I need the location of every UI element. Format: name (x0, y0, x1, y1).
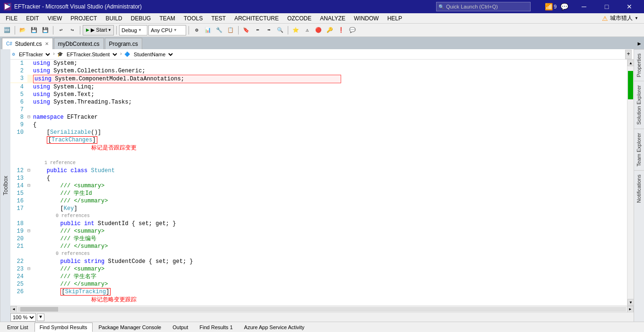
menu-build[interactable]: BUILD (102, 14, 126, 23)
tab-program-cs[interactable]: Program.cs (105, 38, 142, 49)
tab-mydbcontext-cs[interactable]: myDbContext.cs (54, 38, 104, 49)
chat-icon[interactable]: 💬 (560, 3, 568, 10)
tb-icon6[interactable]: ⬅ (252, 25, 263, 35)
menu-project[interactable]: PROJECT (67, 14, 101, 23)
tb-icon7[interactable]: ➡ (264, 25, 274, 35)
breadcrumb-expand-btn[interactable]: + (625, 50, 632, 59)
debug-mode-dropdown[interactable]: Debug ▼ (119, 25, 147, 35)
toolbox-panel[interactable]: Toolbox (0, 49, 10, 322)
scroll-track[interactable] (627, 66, 634, 299)
menu-debug[interactable]: DEBUG (127, 14, 155, 23)
menu-tools[interactable]: TOOLS (180, 14, 206, 23)
close-button[interactable]: ✕ (618, 0, 640, 13)
redo-btn[interactable]: ↪ (67, 25, 77, 35)
output-tab[interactable]: Output (167, 323, 193, 332)
save-all-btn[interactable]: 💾 (40, 25, 51, 35)
collapse-12[interactable]: ⊟ (27, 167, 33, 175)
menu-architecture[interactable]: ARCHITECTURE (231, 14, 283, 23)
user-name: 城市猎人 (610, 14, 633, 22)
quick-launch[interactable]: Quick Launch (Ctrl+Q) (446, 4, 498, 9)
platform-dropdown[interactable]: Any CPU ▼ (148, 25, 186, 35)
horizontal-scrollbar[interactable]: ◀ ▶ (10, 306, 634, 312)
package-manager-console-tab[interactable]: Package Manager Console (94, 323, 167, 332)
perf-btn[interactable]: 📊 (203, 25, 213, 35)
scroll-right-btn[interactable]: ▶ (627, 306, 634, 313)
notifications-tab[interactable]: Notifications (634, 170, 644, 207)
minimize-button[interactable]: ─ (573, 0, 595, 13)
code-line-22: 22 public string StudentCode { set; get;… (10, 258, 341, 265)
zoom-dropdown-btn[interactable]: ▼ (37, 314, 44, 321)
solution-explorer-tab[interactable]: Solution Explorer (634, 81, 644, 129)
tb-icon13[interactable]: ❗ (336, 25, 346, 35)
breadcrumb-class[interactable]: EFTracker.Student (64, 50, 119, 59)
code-line-4: 4 using System.Linq; (10, 83, 341, 91)
menu-file[interactable]: FILE (2, 14, 21, 23)
tb-icon11[interactable]: 🔴 (313, 25, 324, 35)
tb-icon10[interactable]: ⚠ (302, 25, 312, 35)
tb-icon9[interactable]: ⭐ (291, 25, 301, 35)
scroll-left-btn[interactable]: ◀ (10, 306, 17, 313)
scroll-down-btn[interactable]: ▼ (627, 299, 634, 306)
code-line-19: 19 ⊟ /// <summary> (10, 227, 341, 235)
code-line-26: 26 [SkipTracking] 标记忽略变更跟踪 (10, 288, 341, 306)
user-dropdown-icon[interactable]: ▼ (635, 16, 638, 20)
maximize-button[interactable]: □ (596, 0, 618, 13)
breadcrumb-sep1: › (52, 52, 56, 57)
start-button[interactable]: ▶ ▶ Start ▼ (83, 25, 114, 35)
h-scroll-track[interactable] (18, 307, 626, 312)
collapse-8[interactable]: ⊟ (27, 114, 33, 121)
scroll-up-btn[interactable]: ▲ (627, 60, 634, 66)
code-editor[interactable]: 1 using System; 2 using System.Collectio… (10, 60, 627, 306)
menu-ozcode[interactable]: OZCODE (283, 14, 315, 23)
menu-edit[interactable]: EDIT (22, 14, 43, 23)
tab-close-student[interactable]: ✕ (45, 41, 49, 46)
breadcrumb-sep2: › (119, 52, 123, 57)
menu-window[interactable]: WINDOW (350, 14, 383, 23)
tab-student-cs[interactable]: C# Student.cs ✕ (2, 38, 53, 49)
code-line-17: 17 [Key] (10, 205, 341, 212)
attach-btn[interactable]: ⚙ (191, 25, 202, 35)
title-bar: EFTracker - Microsoft Visual Studio (Adm… (0, 0, 644, 13)
app-icon (4, 3, 11, 10)
error-list-tab[interactable]: Error List (2, 323, 34, 332)
tb-icon14[interactable]: 💬 (347, 25, 358, 35)
tb-icon4[interactable]: 📋 (225, 25, 236, 35)
menu-help[interactable]: HELP (384, 14, 406, 23)
new-project-btn[interactable]: 🆕 (2, 25, 12, 35)
tab-scroll-right[interactable]: ▶ (635, 38, 644, 49)
sep6 (238, 26, 239, 35)
menu-test[interactable]: TEST (207, 14, 230, 23)
save-btn[interactable]: 💾 (29, 25, 39, 35)
h-scroll-thumb[interactable] (20, 307, 58, 312)
code-line-1: 1 using System; (10, 60, 341, 67)
collapse-19[interactable]: ⊟ (27, 227, 33, 235)
team-explorer-tab[interactable]: Team Explorer (634, 129, 644, 170)
menu-view[interactable]: VIEW (44, 14, 66, 23)
azure-service-activity-tab[interactable]: Azure App Service Activity (239, 323, 310, 332)
find-results-1-tab[interactable]: Find Results 1 (194, 323, 238, 332)
code-line-2: 2 using System.Collections.Generic; (10, 67, 341, 75)
menu-analyze[interactable]: ANALYZE (316, 14, 349, 23)
tb-icon3[interactable]: 🔧 (214, 25, 224, 35)
collapse-14[interactable]: ⊟ (27, 182, 33, 190)
code-line-3: 3 using System.ComponentModel.DataAnnota… (10, 75, 341, 83)
breadcrumb-namespace[interactable]: EFTracker (16, 50, 52, 59)
collapse-23[interactable]: ⊟ (27, 265, 33, 273)
code-line-9: 9 { (10, 121, 341, 129)
vertical-scrollbar[interactable]: ▲ ▼ (627, 60, 634, 306)
tb-icon12[interactable]: 🔑 (325, 25, 335, 35)
sep5 (189, 26, 189, 35)
properties-tab[interactable]: Properties (634, 49, 644, 81)
tb-icon5[interactable]: 🔖 (241, 25, 251, 35)
find-symbol-results-tab[interactable]: Find Symbol Results (34, 323, 93, 332)
code-line-13: 13 { (10, 175, 341, 182)
code-line-21-ref: 0 references (10, 250, 341, 258)
zoom-select[interactable]: 100 % (10, 313, 36, 322)
scroll-thumb[interactable] (628, 71, 633, 99)
open-file-btn[interactable]: 📂 (17, 25, 28, 35)
tb-icon8[interactable]: 🔍 (275, 25, 285, 35)
breadcrumb-member[interactable]: StudentName (131, 50, 174, 59)
menu-team[interactable]: TEAM (155, 14, 179, 23)
undo-btn[interactable]: ↩ (56, 25, 66, 35)
code-line-18: 18 public int StudentId { set; get; } (10, 220, 341, 227)
